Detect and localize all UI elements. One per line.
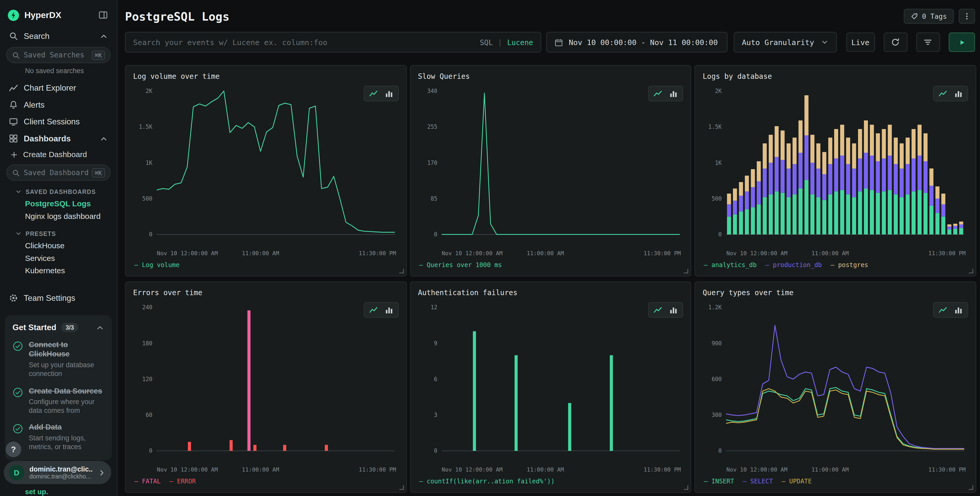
refresh-button[interactable] bbox=[883, 32, 907, 52]
sidebar-item-team-settings[interactable]: Team Settings bbox=[0, 289, 117, 306]
sidebar-preset-services[interactable]: Services bbox=[0, 252, 117, 265]
set-up-link[interactable]: set up. bbox=[25, 488, 48, 495]
event-search-box[interactable]: SQL | Lucene bbox=[125, 32, 541, 53]
calendar-icon bbox=[554, 38, 563, 46]
sidebar-item-alerts[interactable]: Alerts bbox=[0, 96, 117, 113]
chart-plot[interactable]: 060120180240 bbox=[133, 301, 398, 465]
resize-handle[interactable] bbox=[684, 485, 689, 490]
bar-chart-icon[interactable] bbox=[954, 305, 963, 314]
legend-item[interactable]: — UPDATE bbox=[781, 477, 812, 485]
legend-item[interactable]: — Queries over 1000 ms bbox=[419, 261, 502, 268]
dashboard-grid: Log volume over time 05001K1.5K2K Nov 10… bbox=[125, 65, 977, 493]
line-chart-icon[interactable] bbox=[369, 305, 378, 314]
get-started-step-connect[interactable]: Connect to ClickHouse Set up your databa… bbox=[13, 340, 105, 378]
sidebar-preset-kubernetes[interactable]: Kubernetes bbox=[0, 265, 117, 277]
chart-type-toolbar bbox=[933, 302, 968, 318]
bar-chart-icon[interactable] bbox=[669, 305, 678, 314]
line-chart-icon[interactable] bbox=[369, 89, 378, 98]
sidebar-item-label: Team Settings bbox=[24, 293, 108, 303]
resize-handle[interactable] bbox=[399, 269, 404, 273]
line-chart-icon[interactable] bbox=[654, 305, 663, 314]
svg-text:0: 0 bbox=[719, 447, 722, 454]
sidebar-item-label: Search bbox=[24, 31, 94, 40]
gear-icon bbox=[9, 293, 18, 303]
sidebar-dashboard-postgresql-logs[interactable]: PostgreSQL Logs bbox=[0, 198, 117, 210]
lucene-toggle[interactable]: Lucene bbox=[507, 38, 533, 46]
filter-button[interactable] bbox=[916, 32, 940, 52]
resize-handle[interactable] bbox=[969, 485, 973, 490]
granularity-select[interactable]: Auto Granularity bbox=[734, 32, 837, 53]
group-label: PRESETS bbox=[26, 230, 56, 237]
chart-plot[interactable]: 03006009001.2K bbox=[703, 301, 968, 465]
resize-handle[interactable] bbox=[684, 269, 689, 273]
sidebar-item-client-sessions[interactable]: Client Sessions bbox=[0, 113, 117, 130]
saved-searches-searchbox[interactable]: ⌘K bbox=[6, 47, 111, 63]
legend-item[interactable]: — production_db bbox=[765, 261, 822, 268]
legend-item[interactable]: — Log volume bbox=[134, 261, 180, 268]
bar-chart-icon[interactable] bbox=[384, 89, 393, 98]
tags-button[interactable]: 0 Tags bbox=[904, 9, 954, 24]
presets-group-toggle[interactable]: PRESETS bbox=[0, 229, 117, 238]
saved-dashboards-input[interactable] bbox=[24, 168, 88, 177]
live-button[interactable]: Live bbox=[846, 32, 875, 52]
create-dashboard-button[interactable]: Create Dashboard bbox=[0, 147, 117, 162]
saved-dashboards-group-toggle[interactable]: SAVED DASHBOARDS bbox=[0, 187, 117, 196]
bar-chart-icon[interactable] bbox=[669, 89, 678, 98]
user-menu[interactable]: D dominic.tran@clic... dominic.tran@clic… bbox=[4, 461, 111, 484]
sidebar-preset-clickhouse[interactable]: ClickHouse bbox=[0, 239, 117, 252]
bar-chart-icon[interactable] bbox=[384, 305, 393, 314]
resize-handle[interactable] bbox=[399, 485, 404, 490]
plus-icon bbox=[10, 150, 18, 159]
chart-plot[interactable]: 05001K1.5K2K bbox=[133, 85, 398, 249]
chevron-up-icon[interactable] bbox=[96, 323, 105, 332]
chart-plot[interactable]: 085170255340 bbox=[418, 85, 683, 249]
saved-searches-input[interactable] bbox=[24, 51, 88, 59]
sidebar-item-search[interactable]: Search bbox=[0, 27, 117, 45]
x-axis: Nov 10 12:00:00 AM 11:00:00 AM 11:30:00 … bbox=[703, 465, 968, 475]
step-description: Start sending logs, metrics, or traces bbox=[29, 434, 105, 451]
legend-item[interactable]: — postgres bbox=[830, 261, 868, 268]
user-email-secondary: dominic.tran@clickho... bbox=[29, 473, 92, 480]
step-title: Create Data Sources bbox=[29, 386, 105, 396]
get-started-step-sources[interactable]: Create Data Sources Configure where your… bbox=[13, 386, 105, 415]
saved-dashboards-searchbox[interactable]: ⌘K bbox=[6, 164, 111, 181]
step-title: Add Data bbox=[29, 423, 105, 432]
legend-item[interactable]: — ERROR bbox=[170, 477, 196, 485]
get-started-step-add-data[interactable]: Add Data Start sending logs, metrics, or… bbox=[13, 423, 105, 451]
event-search-input[interactable] bbox=[133, 38, 475, 46]
svg-text:1.5K: 1.5K bbox=[139, 123, 153, 130]
sidebar-item-dashboards[interactable]: Dashboards bbox=[0, 130, 117, 147]
sql-toggle[interactable]: SQL bbox=[480, 38, 493, 46]
line-chart-icon[interactable] bbox=[938, 89, 947, 98]
chevron-up-icon bbox=[99, 32, 108, 40]
svg-text:2K: 2K bbox=[146, 87, 153, 94]
collapse-sidebar-icon[interactable] bbox=[97, 9, 110, 21]
sidebar-item-chart-explorer[interactable]: Chart Explorer bbox=[0, 79, 117, 96]
legend-item[interactable]: — SELECT bbox=[743, 477, 773, 485]
line-chart-icon[interactable] bbox=[938, 305, 947, 314]
query-toolbar: SQL | Lucene Nov 10 00:00:00 - Nov 11 00… bbox=[125, 32, 977, 53]
line-chart-icon[interactable] bbox=[654, 89, 663, 98]
user-email: dominic.tran@clic... bbox=[29, 465, 92, 473]
bar-chart-icon[interactable] bbox=[954, 89, 963, 98]
legend-item[interactable]: — countIf(like(arr..ation failed%')) bbox=[419, 477, 555, 485]
sidebar-dashboard-nginx-logs[interactable]: Nginx logs dashboard bbox=[0, 210, 117, 223]
chart-plot[interactable]: 05001K1.5K2K bbox=[703, 85, 968, 249]
chart-legend: — FATAL— ERROR bbox=[133, 475, 398, 487]
help-button[interactable]: ? bbox=[6, 442, 21, 458]
dashboard-menu-button[interactable] bbox=[959, 9, 975, 24]
x-axis: Nov 10 12:00:00 AM 11:00:00 AM 11:30:00 … bbox=[418, 249, 683, 258]
chevron-up-icon bbox=[99, 134, 108, 143]
x-tick: Nov 10 12:00:00 AM bbox=[157, 250, 218, 256]
legend-item[interactable]: — FATAL bbox=[134, 477, 161, 485]
check-circle-icon bbox=[13, 387, 23, 397]
legend-item[interactable]: — analytics_db bbox=[704, 261, 757, 268]
svg-text:0: 0 bbox=[434, 447, 437, 454]
legend-item[interactable]: — INSERT bbox=[704, 477, 734, 485]
chart-plot[interactable]: 036912 bbox=[418, 301, 683, 465]
run-query-button[interactable] bbox=[948, 32, 975, 52]
x-tick: 11:30:00 PM bbox=[928, 250, 966, 256]
resize-handle[interactable] bbox=[969, 269, 973, 273]
time-range-picker[interactable]: Nov 10 00:00:00 - Nov 11 00:00:00 bbox=[546, 32, 727, 53]
chart-card-log-volume: Log volume over time 05001K1.5K2K Nov 10… bbox=[125, 65, 407, 277]
